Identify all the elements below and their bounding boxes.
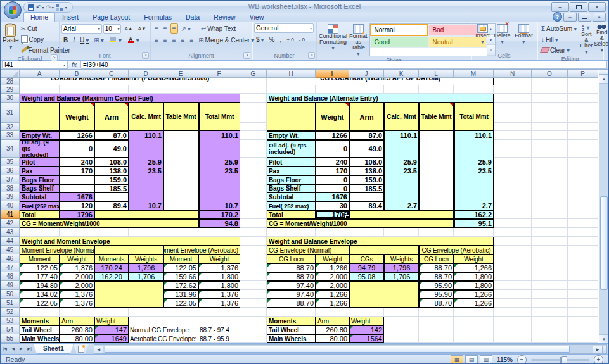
horizontal-split-handle[interactable]: [602, 346, 606, 353]
cell-P53[interactable]: [568, 317, 598, 325]
cell-H38[interactable]: Bags Shelf: [267, 184, 316, 192]
cell-F46[interactable]: Weight: [198, 254, 240, 263]
cell-P39[interactable]: [568, 192, 598, 201]
cell-L38[interactable]: [419, 184, 454, 192]
cell-F36[interactable]: 23.5: [198, 166, 240, 175]
cell-E38[interactable]: [163, 184, 198, 192]
cell-O34[interactable]: [532, 140, 568, 158]
row-header-54[interactable]: 54: [1, 325, 20, 334]
row-header-35[interactable]: 35: [1, 158, 20, 166]
cell-O36[interactable]: [532, 166, 568, 175]
cell-C40[interactable]: 89.4: [94, 201, 129, 210]
cell-G34[interactable]: [240, 140, 267, 158]
vertical-split-handle[interactable]: [599, 70, 608, 75]
horizontal-scroll-track[interactable]: [103, 346, 593, 353]
cell-C54[interactable]: 147: [94, 325, 129, 334]
cell-K40[interactable]: 2.7: [384, 201, 419, 210]
cell-O55[interactable]: [532, 334, 568, 343]
cell-G35[interactable]: [240, 158, 267, 166]
cell-L52[interactable]: [419, 308, 454, 317]
cell-J54[interactable]: 142: [349, 325, 384, 334]
cell-I36[interactable]: 170: [316, 166, 349, 175]
row-header-47[interactable]: 47: [1, 263, 20, 272]
fill-button[interactable]: ↓Fill▾: [539, 34, 579, 44]
cell-N44[interactable]: [494, 237, 532, 246]
cell-P48[interactable]: [568, 272, 598, 281]
cell-H34[interactable]: Oil adj. (9 qts included): [267, 140, 316, 158]
cell-G50[interactable]: [240, 290, 267, 299]
column-header-N[interactable]: N: [494, 70, 532, 78]
cell-L50[interactable]: 95.90: [419, 290, 454, 299]
cell-A53[interactable]: Moments: [20, 317, 60, 325]
column-header-I[interactable]: I: [316, 70, 349, 78]
workbook-minimize-button[interactable]: –: [563, 13, 577, 22]
cell-O28[interactable]: [532, 78, 568, 85]
cell-J45[interactable]: [349, 246, 419, 254]
cell-K55[interactable]: [384, 334, 419, 343]
cell-I40[interactable]: 30: [316, 201, 349, 210]
cell-N35[interactable]: [494, 158, 532, 166]
cell-J31[interactable]: Arm: [349, 103, 384, 131]
cell-K36[interactable]: 23.5: [384, 166, 419, 175]
style-good[interactable]: Good: [370, 36, 428, 48]
cell-F49[interactable]: 1,800: [198, 281, 240, 290]
cell-E52[interactable]: [163, 308, 198, 317]
cell-L49[interactable]: 95.90: [419, 281, 454, 290]
cell-B46[interactable]: Weight: [60, 254, 94, 263]
cell-J53[interactable]: Weight: [349, 317, 384, 325]
cell-B39[interactable]: 1676: [60, 192, 94, 201]
cell-A30[interactable]: Weight and Balance (Maximum Carried Fuel…: [20, 94, 240, 103]
cell-A31[interactable]: [20, 103, 60, 131]
horizontal-scroll-thumb[interactable]: [105, 346, 570, 353]
cell-F47[interactable]: 1,376: [198, 263, 240, 272]
select-all-corner[interactable]: [1, 70, 20, 78]
cell-O37[interactable]: [532, 175, 568, 184]
cell-M39[interactable]: [454, 192, 494, 201]
row-header-34[interactable]: 34: [1, 140, 20, 158]
cell-C47[interactable]: 170.24: [94, 263, 129, 272]
row-header-48[interactable]: 48: [1, 272, 20, 281]
cell-A46[interactable]: Moment: [20, 254, 60, 263]
cell-K38[interactable]: [384, 184, 419, 192]
cell-E29[interactable]: [163, 85, 198, 94]
cell-M43[interactable]: [454, 228, 494, 237]
format-cells-button[interactable]: Format ▾: [515, 23, 533, 52]
cell-C49[interactable]: [94, 281, 163, 308]
cell-G46[interactable]: [240, 254, 267, 263]
ribbon-tab-review[interactable]: Review: [207, 12, 242, 22]
cell-B35[interactable]: 240: [60, 158, 94, 166]
cell-K48[interactable]: 1,706: [384, 272, 419, 281]
cell-H51[interactable]: 88.70: [267, 299, 316, 308]
cell-N30[interactable]: [494, 94, 532, 103]
cell-E50[interactable]: 131.96: [163, 290, 198, 299]
cell-G43[interactable]: [240, 228, 267, 237]
scroll-up-button[interactable]: ▲: [599, 75, 608, 84]
horizontal-scrollbar[interactable]: ◀ ▶: [94, 344, 607, 354]
cell-D52[interactable]: [129, 308, 163, 317]
cell-B41[interactable]: 1796: [60, 210, 94, 219]
cell-O40[interactable]: [532, 201, 568, 210]
cell-E31[interactable]: Table Mmt: [163, 103, 198, 131]
find-select-button[interactable]: Find & Select ▾: [594, 23, 609, 55]
cell-L47[interactable]: 88.70: [419, 263, 454, 272]
vertical-scroll-track[interactable]: [599, 84, 608, 334]
align-right-button[interactable]: ≡: [170, 35, 178, 45]
cell-A54[interactable]: Tail Wheel: [20, 325, 60, 334]
cell-I38[interactable]: 0: [316, 184, 349, 192]
cell-B36[interactable]: 170: [60, 166, 94, 175]
cell-M46[interactable]: Weight: [454, 254, 494, 263]
cell-D54[interactable]: Normal CG Envelope:: [129, 325, 198, 334]
last-sheet-button[interactable]: ▶|: [25, 345, 34, 353]
conditional-formatting-button[interactable]: Conditional Formatting ▾: [319, 23, 347, 56]
column-header-P[interactable]: P: [568, 70, 598, 78]
cell-J37[interactable]: 159.0: [349, 175, 384, 184]
row-header-29[interactable]: 29: [1, 85, 20, 94]
ribbon-tab-data[interactable]: Data: [179, 12, 207, 22]
cell-K53[interactable]: [384, 317, 419, 325]
cell-G49[interactable]: [240, 281, 267, 290]
italic-button[interactable]: I: [71, 35, 77, 45]
cell-A47[interactable]: 122.05: [20, 263, 60, 272]
cell-H49[interactable]: 97.40: [267, 281, 316, 290]
cell-F54[interactable]: 88.7 - 97.4: [198, 325, 240, 334]
cell-K54[interactable]: [384, 325, 419, 334]
